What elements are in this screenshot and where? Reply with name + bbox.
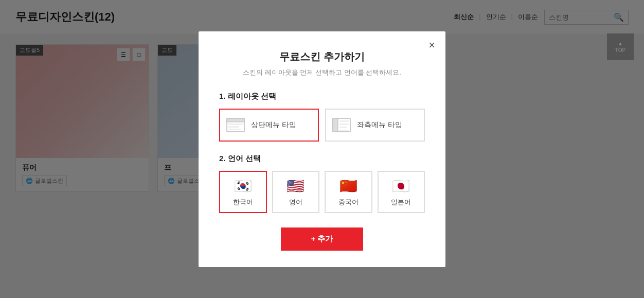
lang-label-ja: 일본어 xyxy=(391,198,411,207)
lang-option-zh[interactable]: 🇨🇳 중국어 xyxy=(325,171,372,213)
section1-label: 1. 레이아웃 선택 xyxy=(219,92,425,101)
layout-options: 상단메뉴 타입 좌측메뉴 타입 xyxy=(219,109,425,142)
section2-label: 2. 언어 선택 xyxy=(219,154,425,164)
modal-title: 무료스킨 추가하기 xyxy=(219,50,425,64)
top-menu-layout-icon xyxy=(226,118,245,132)
flag-ko: 🇰🇷 xyxy=(234,179,252,194)
svg-rect-3 xyxy=(228,126,239,128)
svg-rect-6 xyxy=(333,118,338,132)
lang-label-zh: 중국어 xyxy=(338,198,359,207)
add-button[interactable]: + 추가 xyxy=(281,227,363,251)
layout-option-left-label: 좌측메뉴 타입 xyxy=(357,120,402,130)
flag-en: 🇺🇸 xyxy=(287,179,305,194)
lang-options: 🇰🇷 한국어 🇺🇸 영어 🇨🇳 중국어 🇯🇵 일본어 xyxy=(219,171,425,213)
flag-zh: 🇨🇳 xyxy=(339,179,357,194)
modal-close-button[interactable]: × xyxy=(428,40,435,51)
lang-option-ko[interactable]: 🇰🇷 한국어 xyxy=(219,171,267,213)
svg-rect-4 xyxy=(228,129,241,130)
layout-option-top-label: 상단메뉴 타입 xyxy=(251,120,296,130)
lang-label-ko: 한국어 xyxy=(233,198,253,207)
svg-rect-1 xyxy=(227,118,244,122)
svg-rect-2 xyxy=(228,124,243,125)
svg-rect-10 xyxy=(339,130,348,131)
layout-option-top[interactable]: 상단메뉴 타입 xyxy=(219,109,319,142)
modal-overlay: × 무료스킨 추가하기 스킨의 레이아웃을 먼저 선택하고 언어를 선택하세요.… xyxy=(0,0,644,298)
svg-rect-9 xyxy=(339,127,347,128)
svg-rect-7 xyxy=(339,120,349,122)
svg-rect-8 xyxy=(339,124,349,125)
lang-label-en: 영어 xyxy=(289,198,302,207)
lang-option-en[interactable]: 🇺🇸 영어 xyxy=(272,171,320,213)
lang-option-ja[interactable]: 🇯🇵 일본어 xyxy=(378,171,425,213)
flag-ja: 🇯🇵 xyxy=(392,179,410,194)
left-menu-layout-icon xyxy=(332,118,351,132)
modal-subtitle: 스킨의 레이아웃을 먼저 선택하고 언어를 선택하세요. xyxy=(219,68,425,77)
layout-option-left[interactable]: 좌측메뉴 타입 xyxy=(325,109,425,142)
modal: × 무료스킨 추가하기 스킨의 레이아웃을 먼저 선택하고 언어를 선택하세요.… xyxy=(199,31,445,267)
